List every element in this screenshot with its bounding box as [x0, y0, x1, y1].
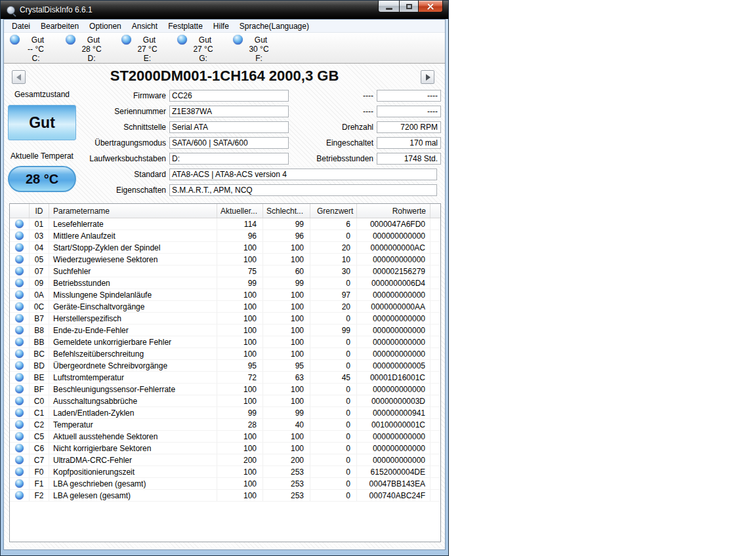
field-value[interactable]: ----	[377, 106, 441, 117]
smart-attribute-row[interactable]: C6 Nicht korrigierbare Sektoren 100 100 …	[10, 443, 440, 454]
field-value[interactable]: ----	[377, 90, 441, 102]
attribute-status-orb-icon	[15, 338, 24, 346]
header-raw-values[interactable]: Rohwerte	[357, 204, 430, 218]
disk-tab[interactable]: Gut 30 °C F:	[231, 35, 287, 63]
attribute-threshold: 0	[310, 443, 357, 454]
header-current-value[interactable]: Aktueller...	[217, 204, 263, 218]
smart-attribute-row[interactable]: B7 Herstellerspezifisch 100 100 0 000000…	[10, 313, 440, 325]
field-value[interactable]: 1748 Std.	[377, 153, 441, 165]
attribute-current: 99	[217, 407, 263, 418]
attribute-status-orb-icon	[15, 326, 24, 334]
disk-health-status: Gut	[187, 35, 223, 45]
disk-tab[interactable]: Gut -- °C C:	[8, 35, 64, 63]
maximize-button[interactable]	[400, 1, 418, 12]
smart-attribute-row[interactable]: F2 LBA gelesen (gesamt) 100 253 0 000740…	[10, 490, 440, 502]
attribute-threshold: 0	[310, 277, 357, 288]
smart-attribute-row[interactable]: C5 Aktuell ausstehende Sektoren 100 100 …	[10, 431, 440, 443]
attribute-status-orb-icon	[15, 243, 24, 252]
header-parameter-name[interactable]: Parametername	[49, 204, 217, 218]
smart-attribute-row[interactable]: BF Beschleunigungssensor-Fehlerrate 100 …	[10, 384, 440, 395]
smart-attribute-row[interactable]: C2 Temperatur 28 40 0 00100000001C	[10, 419, 440, 431]
menu-item[interactable]: Ansicht	[127, 20, 163, 32]
smart-attribute-row[interactable]: 03 Mittlere Anlaufzeit 96 96 0 000000000…	[10, 230, 440, 242]
field-value[interactable]: ATA8-ACS | ATA8-ACS version 4	[169, 169, 437, 180]
field-value[interactable]: CC26	[169, 90, 289, 102]
smart-attribute-row[interactable]: 04 Start/Stopp-Zyklen der Spindel 100 10…	[10, 242, 440, 254]
close-icon	[427, 3, 434, 10]
attribute-worst: 60	[263, 266, 310, 277]
smart-attribute-row[interactable]: 07 Suchfehler 75 60 30 000002156279	[10, 266, 440, 277]
header-status-icon-column[interactable]	[10, 204, 30, 218]
minimize-icon	[386, 8, 392, 10]
smart-attribute-row[interactable]: B8 Ende-zu-Ende-Fehler 100 100 99 000000…	[10, 325, 440, 336]
attribute-id: 09	[30, 277, 49, 288]
header-id[interactable]: ID	[30, 204, 49, 218]
attribute-raw-value: 000000000000	[357, 289, 430, 300]
attribute-worst: 100	[263, 395, 310, 407]
header-worst-value[interactable]: Schlecht...	[263, 204, 310, 218]
attribute-worst: 100	[263, 384, 310, 395]
attribute-raw-value: 000000000000	[357, 454, 430, 466]
attribute-raw-value: 000000000000	[357, 230, 430, 241]
header-threshold[interactable]: Grenzwert	[310, 204, 357, 218]
attribute-id: C5	[30, 431, 49, 442]
attribute-worst: 99	[263, 407, 310, 418]
menu-item[interactable]: Optionen	[84, 20, 127, 32]
attribute-status-orb-icon	[15, 220, 24, 228]
smart-attribute-row[interactable]: 0C Geräte-Einschaltvorgänge 100 100 20 0…	[10, 301, 440, 313]
field-value[interactable]: Z1E387WA	[169, 106, 289, 117]
menu-item[interactable]: Festplatte	[163, 20, 208, 32]
drive-info-fields-wide: Standard ATA8-ACS | ATA8-ACS version 4 E…	[4, 169, 437, 200]
attribute-id: F2	[30, 490, 49, 501]
smart-attribute-row[interactable]: 0A Misslungene Spindelanläufe 100 100 97…	[10, 289, 440, 301]
attribute-current: 100	[217, 466, 263, 477]
attribute-worst: 99	[263, 218, 310, 229]
window-title: CrystalDiskInfo 6.6.1	[20, 5, 93, 14]
attribute-raw-value: 00047BB143EA	[357, 478, 430, 489]
field-row: Eingeschaltet 170 mal	[282, 137, 441, 153]
attribute-threshold: 0	[310, 466, 357, 477]
attribute-current: 100	[217, 242, 263, 253]
attribute-name: Nicht korrigierbare Sektoren	[49, 443, 217, 454]
disk-tab[interactable]: Gut 27 °C E:	[119, 35, 175, 63]
smart-attribute-row[interactable]: 05 Wiederzugewiesene Sektoren 100 100 10…	[10, 254, 440, 266]
field-value[interactable]: Serial ATA	[169, 121, 289, 133]
attribute-id: BD	[30, 360, 49, 371]
disk-tab[interactable]: Gut 28 °C D:	[64, 35, 119, 63]
menu-item[interactable]: Datei	[7, 20, 35, 32]
smart-attribute-row[interactable]: BD Übergeordnete Schreibvorgänge 95 95 0…	[10, 360, 440, 372]
smart-attribute-row[interactable]: BB Gemeldete unkorrigierbare Fehler 100 …	[10, 336, 440, 348]
menu-item[interactable]: Sprache(Language)	[234, 20, 314, 32]
smart-attribute-row[interactable]: BE Luftstromtemperatur 72 63 45 00001D16…	[10, 372, 440, 384]
attribute-name: Kopfpositionierungszeit	[49, 466, 217, 477]
field-value[interactable]: S.M.A.R.T., APM, NCQ	[169, 184, 437, 196]
field-label: Übertragungsmodus	[4, 137, 169, 148]
smart-attribute-row[interactable]: 09 Betriebsstunden 99 99 0 0000000006D4	[10, 277, 440, 289]
smart-attribute-row[interactable]: C0 Ausschaltungsabbrüche 100 100 0 00000…	[10, 395, 440, 407]
window-controls	[378, 1, 443, 12]
minimize-button[interactable]	[378, 1, 400, 12]
previous-drive-button[interactable]	[12, 70, 26, 84]
attribute-status-orb-icon	[15, 349, 24, 358]
close-button[interactable]	[418, 1, 443, 12]
field-value[interactable]: D:	[169, 153, 289, 165]
smart-attribute-row[interactable]: C1 Laden/Entladen-Zyklen 99 99 0 0000000…	[10, 407, 440, 419]
smart-attribute-row[interactable]: F0 Kopfpositionierungszeit 100 253 0 615…	[10, 466, 440, 478]
disk-letter: G:	[175, 54, 231, 63]
attribute-raw-value: 000000000000	[357, 313, 430, 324]
smart-attribute-row[interactable]: F1 LBA geschrieben (gesamt) 100 253 0 00…	[10, 478, 440, 490]
disk-tab[interactable]: Gut 27 °C G:	[175, 35, 231, 63]
menu-item[interactable]: Bearbeiten	[35, 20, 84, 32]
smart-attribute-row[interactable]: C7 UltraDMA-CRC-Fehler 200 200 0 0000000…	[10, 454, 440, 466]
attribute-worst: 200	[263, 454, 310, 466]
attribute-status-orb-icon	[15, 267, 24, 275]
smart-attribute-row[interactable]: BC Befehlszeitüberschreitung 100 100 0 0…	[10, 348, 440, 360]
field-value[interactable]: 170 mal	[377, 137, 441, 149]
menu-item[interactable]: Hilfe	[208, 20, 234, 32]
smart-attribute-row[interactable]: 01 Lesefehlerrate 114 99 6 0000047A6FD0	[10, 218, 440, 230]
field-row: Übertragungsmodus SATA/600 | SATA/600	[4, 137, 289, 153]
attribute-worst: 100	[263, 242, 310, 253]
field-value[interactable]: SATA/600 | SATA/600	[169, 137, 289, 149]
field-value[interactable]: 7200 RPM	[377, 121, 441, 133]
next-drive-button[interactable]	[421, 70, 434, 84]
